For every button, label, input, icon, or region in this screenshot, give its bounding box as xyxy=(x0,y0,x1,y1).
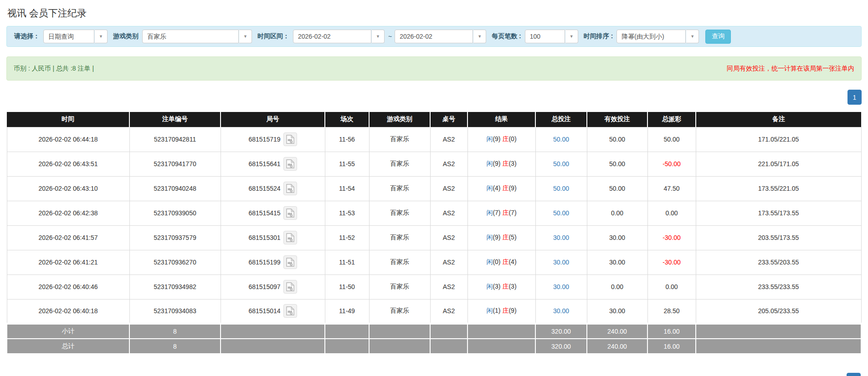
cell-valid-bet: 30.00 xyxy=(587,250,647,274)
summary-currency-total: 币别 : 人民币 | 总共 :8 注单 | xyxy=(14,65,94,73)
round-no-text: 681515199 xyxy=(248,259,280,266)
total-bet-link[interactable]: 30.00 xyxy=(553,259,569,266)
video-record-button[interactable] xyxy=(283,280,297,294)
header-time: 时间 xyxy=(7,112,129,127)
subtotal-row-cell xyxy=(325,324,369,339)
sort-order-value[interactable]: 降幂(由大到小) xyxy=(616,30,686,43)
cell-payout: -50.00 xyxy=(647,152,696,176)
date-to-value[interactable]: 2026-02-02 xyxy=(395,30,473,43)
cell-time: 2026-02-02 06:41:57 xyxy=(7,225,129,250)
search-button[interactable]: 查询 xyxy=(705,30,731,44)
cell-time: 2026-02-02 06:43:51 xyxy=(7,152,129,176)
chevron-down-icon[interactable]: ▼ xyxy=(372,30,385,43)
date-from-value[interactable]: 2026-02-02 xyxy=(293,30,371,43)
video-record-icon xyxy=(286,184,294,193)
select-type-label: 请选择： xyxy=(14,32,40,41)
grand-total-row-cell: 320.00 xyxy=(535,339,587,354)
cell-table-no: AS2 xyxy=(430,274,467,299)
video-record-button[interactable] xyxy=(283,132,297,146)
result-banker: 庄 xyxy=(502,307,508,314)
cell-bet-no: 523170939050 xyxy=(129,201,221,225)
pagination-page-button[interactable]: 1 xyxy=(847,90,862,105)
round-no-text: 681515097 xyxy=(248,283,280,290)
cell-table-no: AS2 xyxy=(430,250,467,274)
total-bet-link[interactable]: 30.00 xyxy=(553,234,569,241)
cell-remark: 173.55/173.55 xyxy=(696,201,861,225)
result-player: 闲 xyxy=(486,135,493,142)
video-record-icon xyxy=(286,282,294,291)
grand-total-row-cell xyxy=(325,339,369,354)
chevron-down-icon[interactable]: ▼ xyxy=(473,30,486,43)
total-bet-link[interactable]: 50.00 xyxy=(553,160,569,168)
cell-game-type: 百家乐 xyxy=(369,299,430,324)
cell-remark: 233.55/233.55 xyxy=(696,274,861,299)
cell-valid-bet: 0.00 xyxy=(587,274,647,299)
video-record-icon xyxy=(286,258,294,267)
video-record-button[interactable] xyxy=(283,206,297,220)
cell-session: 11-54 xyxy=(325,176,369,201)
cell-valid-bet: 30.00 xyxy=(587,299,647,324)
query-type-value[interactable]: 日期查询 xyxy=(43,30,94,43)
page-size-select[interactable]: 100 ▼ xyxy=(525,30,578,43)
header-remark: 备注 xyxy=(696,112,861,127)
total-bet-link[interactable]: 50.00 xyxy=(553,185,569,192)
cell-payout: 47.50 xyxy=(647,176,696,201)
video-record-button[interactable] xyxy=(283,182,297,195)
page-size-value[interactable]: 100 xyxy=(525,30,565,43)
query-type-select[interactable]: 日期查询 ▼ xyxy=(43,30,108,43)
date-to-picker[interactable]: 2026-02-02 ▼ xyxy=(395,30,486,43)
video-record-button[interactable] xyxy=(283,304,297,318)
cell-table-no: AS2 xyxy=(430,176,467,201)
cell-round-no: 681515415 xyxy=(221,201,325,225)
time-range-label: 时间区间： xyxy=(257,32,289,41)
video-record-button[interactable] xyxy=(283,157,297,171)
cell-total-bet: 50.00 xyxy=(535,176,587,201)
grand-total-row-cell xyxy=(696,339,861,354)
result-player: 闲 xyxy=(486,283,493,290)
grand-total-row: 总计8320.00240.0016.00 xyxy=(7,339,861,354)
date-from-picker[interactable]: 2026-02-02 ▼ xyxy=(293,30,385,43)
total-bet-link[interactable]: 30.00 xyxy=(553,283,569,290)
cell-time: 2026-02-02 06:42:38 xyxy=(7,201,129,225)
sort-order-select[interactable]: 降幂(由大到小) ▼ xyxy=(616,30,699,43)
cell-total-bet: 30.00 xyxy=(535,225,587,250)
result-banker: 庄 xyxy=(502,234,508,241)
cell-valid-bet: 0.00 xyxy=(587,201,647,225)
cell-time: 2026-02-02 06:40:46 xyxy=(7,274,129,299)
cell-bet-no: 523170940248 xyxy=(129,176,221,201)
round-no-text: 681515014 xyxy=(248,307,280,315)
chevron-down-icon[interactable]: ▼ xyxy=(95,30,108,43)
cell-remark: 173.55/221.05 xyxy=(696,176,861,201)
total-bet-link[interactable]: 50.00 xyxy=(553,209,569,217)
table-row: 2026-02-02 06:44:18523170942811681515719… xyxy=(7,127,861,152)
total-bet-link[interactable]: 30.00 xyxy=(553,307,569,315)
result-banker: 庄 xyxy=(502,209,508,216)
result-player: 闲 xyxy=(486,258,493,265)
chevron-down-icon[interactable]: ▼ xyxy=(239,30,252,43)
video-record-button[interactable] xyxy=(283,255,297,269)
chevron-down-icon[interactable]: ▼ xyxy=(686,30,699,43)
header-bet-no: 注单编号 xyxy=(129,112,221,127)
cell-total-bet: 50.00 xyxy=(535,201,587,225)
game-type-select[interactable]: 百家乐 ▼ xyxy=(142,30,252,43)
cell-valid-bet: 50.00 xyxy=(587,176,647,201)
chevron-down-icon[interactable]: ▼ xyxy=(565,30,578,43)
subtotal-row-cell xyxy=(369,324,430,339)
cell-table-no: AS2 xyxy=(430,127,467,152)
result-player: 闲 xyxy=(486,234,493,241)
cell-round-no: 681515641 xyxy=(221,152,325,176)
game-type-value[interactable]: 百家乐 xyxy=(142,30,239,43)
page-title: 视讯 会员下注纪录 xyxy=(7,7,861,20)
video-record-button[interactable] xyxy=(283,231,297,244)
cell-total-bet: 30.00 xyxy=(535,299,587,324)
cell-time: 2026-02-02 06:41:21 xyxy=(7,250,129,274)
cell-game-type: 百家乐 xyxy=(369,250,430,274)
grand-total-row-cell: 16.00 xyxy=(647,339,696,354)
result-player: 闲 xyxy=(486,160,493,167)
table-row: 2026-02-02 06:43:51523170941770681515641… xyxy=(7,152,861,176)
total-bet-link[interactable]: 50.00 xyxy=(553,136,569,143)
cell-session: 11-49 xyxy=(325,299,369,324)
pagination-page-button-bottom[interactable]: 1 xyxy=(847,373,861,376)
cell-payout: -30.00 xyxy=(647,225,696,250)
round-no-text: 681515524 xyxy=(248,185,280,192)
